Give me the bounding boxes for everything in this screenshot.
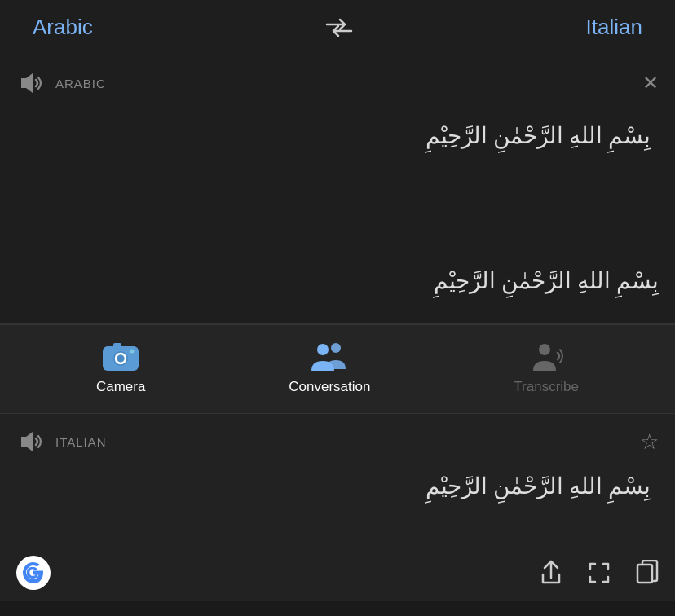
target-header-left: ITALIAN: [16, 427, 107, 456]
language-bar: Arabic Italian: [0, 0, 675, 55]
expand-icon[interactable]: [587, 561, 611, 585]
camera-icon: [101, 340, 140, 372]
camera-label: Camera: [96, 379, 145, 395]
svg-marker-10: [21, 432, 33, 451]
action-bar: G G: [0, 544, 675, 601]
transcribe-icon: [527, 340, 566, 372]
svg-point-4: [117, 355, 124, 362]
source-text-main: بِسْمِ اللهِ الرَّحْمٰنِ الرَّحِيْمِ: [16, 267, 659, 294]
google-logo: G G: [16, 556, 51, 590]
target-speaker-icon[interactable]: [16, 427, 46, 456]
source-panel-header: ARABIC ✕: [16, 68, 659, 98]
conversation-icon: [308, 340, 351, 372]
target-language[interactable]: Italian: [586, 15, 642, 40]
svg-point-8: [331, 343, 341, 353]
source-lang-tag: ARABIC: [55, 77, 106, 90]
target-panel-header: ITALIAN ☆: [16, 427, 659, 456]
source-header-left: ARABIC: [16, 68, 106, 98]
svg-marker-0: [21, 73, 33, 93]
conversation-toolbar-item[interactable]: Conversation: [289, 340, 370, 395]
target-panel: ITALIAN ☆ بِسْمِ اللهِ الرَّحْمٰنِ الرَّ…: [0, 414, 675, 601]
conversation-label: Conversation: [289, 379, 370, 395]
transcribe-label: Transcribe: [514, 379, 579, 395]
source-text-top: بِسْمِ اللهِ الرَّحْمٰنِ الرَّحِيْمِ: [24, 122, 651, 149]
swap-languages-icon[interactable]: [325, 18, 353, 37]
copy-icon[interactable]: [636, 560, 659, 586]
target-lang-tag: ITALIAN: [55, 435, 107, 449]
share-icon[interactable]: [540, 560, 562, 586]
favorite-star-icon[interactable]: ☆: [640, 429, 659, 455]
svg-point-9: [539, 344, 550, 355]
svg-point-6: [130, 350, 135, 354]
toolbar: Camera Conversation: [0, 324, 675, 414]
transcribe-toolbar-item[interactable]: Transcribe: [514, 340, 579, 395]
source-panel: ARABIC ✕ بِسْمِ اللهِ الرَّحْمٰنِ الرَّح…: [0, 55, 675, 324]
camera-toolbar-item[interactable]: Camera: [96, 340, 145, 395]
source-close-icon[interactable]: ✕: [642, 72, 659, 95]
source-speaker-icon[interactable]: [16, 68, 46, 98]
source-language[interactable]: Arabic: [33, 15, 93, 40]
svg-text:G: G: [26, 564, 39, 582]
svg-rect-5: [113, 343, 121, 348]
svg-rect-14: [638, 565, 652, 583]
target-text: بِسْمِ اللهِ الرَّحْمٰنِ الرَّحِيْمِ: [24, 473, 651, 499]
svg-point-7: [317, 344, 329, 355]
